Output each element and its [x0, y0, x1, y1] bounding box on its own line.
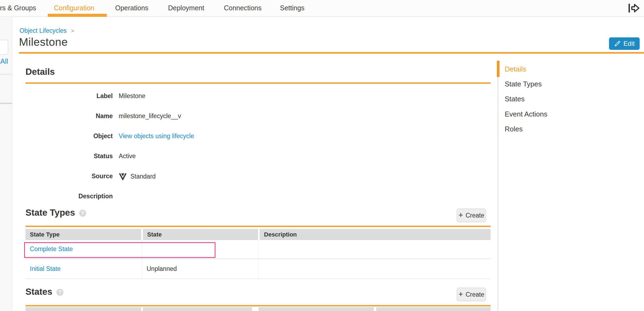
- toc-item-details[interactable]: Details: [505, 65, 526, 73]
- source-value-text: Standard: [130, 173, 156, 180]
- field-label: Name: [25, 112, 113, 120]
- column-header-state: State: [143, 229, 258, 240]
- left-panel-all-link[interactable]: All: [0, 57, 8, 66]
- states-column-header: [376, 307, 491, 311]
- state-types-heading-rule: [25, 226, 491, 227]
- field-row-object: Object View objects using lifecycle: [25, 132, 491, 141]
- field-row-source: Source Standard: [25, 173, 491, 181]
- details-field-list: Label Milestone Name milestone_lifecycle…: [25, 92, 491, 213]
- state-types-heading-text: State Types: [25, 208, 75, 218]
- help-icon[interactable]: ?: [79, 210, 86, 217]
- create-button-label: Create: [466, 212, 484, 219]
- help-icon[interactable]: ?: [56, 289, 63, 296]
- state-cell: [142, 240, 259, 258]
- description-cell: [259, 240, 491, 258]
- field-label: Object: [25, 132, 113, 140]
- state-types-table: State Type State Description Complete St…: [25, 229, 491, 279]
- states-column-header: [143, 307, 252, 311]
- view-objects-using-lifecycle-link[interactable]: View objects using lifecycle: [119, 132, 194, 140]
- column-header-state-type: State Type: [25, 229, 141, 240]
- field-row-label: Label Milestone: [25, 92, 491, 101]
- edit-button[interactable]: Edit: [609, 37, 640, 50]
- edit-button-label: Edit: [623, 40, 635, 47]
- nav-tab-settings[interactable]: Settings: [280, 4, 304, 12]
- breadcrumb-object-lifecycles-link[interactable]: Object Lifecycles: [20, 27, 67, 34]
- states-table-header: [25, 307, 491, 311]
- toc-divider-line: [498, 61, 498, 311]
- field-value: Milestone: [119, 92, 145, 100]
- description-cell: [259, 259, 491, 278]
- create-state-type-button[interactable]: + Create: [457, 209, 486, 222]
- field-row-status: Status Active: [25, 153, 491, 161]
- complete-state-link[interactable]: Complete State: [30, 245, 73, 253]
- breadcrumb-separator: >: [71, 28, 74, 34]
- plus-icon: +: [458, 290, 463, 299]
- nav-tab-operations[interactable]: Operations: [115, 4, 148, 12]
- field-value: milestone_lifecycle__v: [119, 112, 181, 120]
- field-label: Source: [25, 173, 113, 180]
- field-value: Standard: [119, 173, 156, 180]
- plus-icon: +: [458, 210, 463, 220]
- details-heading-rule: [25, 82, 491, 84]
- left-panel-handle[interactable]: [0, 40, 8, 54]
- state-cell: Unplanned: [142, 259, 259, 278]
- breadcrumb: Object Lifecycles>: [20, 27, 74, 34]
- states-heading-rule: [25, 305, 491, 306]
- page-title: Milestone: [19, 36, 68, 48]
- states-column-header: [259, 307, 374, 311]
- initial-state-link[interactable]: Initial State: [30, 265, 61, 273]
- state-types-table-header: State Type State Description: [25, 229, 491, 240]
- table-row-complete-state[interactable]: Complete State: [25, 240, 491, 259]
- sign-out-icon[interactable]: [626, 2, 641, 14]
- states-section-heading: States ?: [25, 287, 63, 297]
- table-row-initial-state[interactable]: Initial State Unplanned: [25, 259, 491, 279]
- details-heading-text: Details: [25, 67, 55, 77]
- toc-item-event-actions[interactable]: Event Actions: [505, 110, 548, 118]
- sign-out-arrow-glyph: [627, 3, 640, 13]
- toc-item-roles[interactable]: Roles: [505, 125, 523, 133]
- left-panel-divider: [0, 103, 12, 104]
- left-panel-divider: [0, 74, 12, 74]
- nav-tab-configuration[interactable]: Configuration: [54, 4, 94, 12]
- top-navigation-bar: rs & Groups Configuration Operations Dep…: [0, 0, 644, 17]
- state-types-section-heading: State Types ?: [25, 208, 86, 218]
- toc-item-states[interactable]: States: [505, 95, 525, 103]
- nav-tab-deployment[interactable]: Deployment: [168, 4, 204, 12]
- field-row-description: Description: [25, 193, 491, 201]
- nav-tab-users-groups[interactable]: rs & Groups: [0, 4, 36, 12]
- details-section-heading: Details: [25, 67, 55, 77]
- field-label: Description: [25, 193, 113, 200]
- title-divider-rule: [19, 52, 644, 54]
- field-value: Active: [119, 153, 136, 160]
- vault-admin-configuration-screen: rs & Groups Configuration Operations Dep…: [0, 0, 644, 311]
- field-label: Label: [25, 92, 113, 100]
- column-header-description: Description: [260, 229, 491, 240]
- toc-active-indicator: [497, 61, 500, 77]
- field-row-name: Name milestone_lifecycle__v: [25, 112, 491, 121]
- field-label: Status: [25, 153, 113, 160]
- active-tab-underline: [48, 14, 107, 17]
- states-column-header: [25, 307, 141, 311]
- states-heading-text: States: [25, 287, 52, 297]
- create-button-label: Create: [466, 291, 484, 298]
- toc-item-state-types[interactable]: State Types: [505, 80, 542, 88]
- pencil-icon: [614, 40, 621, 47]
- vault-standard-icon: [119, 173, 127, 180]
- left-collapsed-panel: All: [0, 18, 12, 311]
- nav-tab-connections[interactable]: Connections: [224, 4, 262, 12]
- create-state-button[interactable]: + Create: [457, 288, 486, 301]
